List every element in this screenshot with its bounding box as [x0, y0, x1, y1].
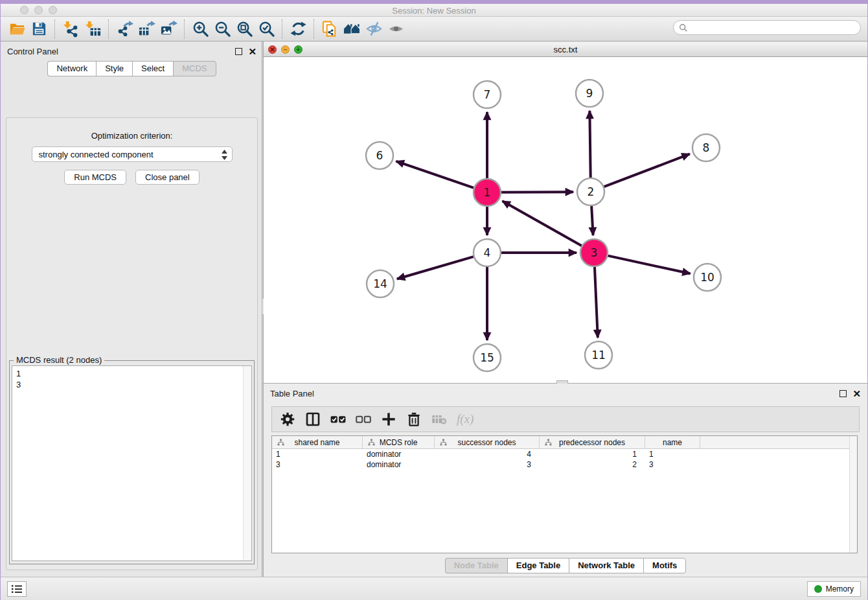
tab-style[interactable]: Style — [96, 61, 132, 76]
tab-motifs[interactable]: Motifs — [643, 558, 686, 573]
list-icon — [11, 584, 23, 594]
edge-3-1[interactable] — [503, 201, 582, 246]
cell-name: 1 — [645, 449, 700, 459]
edge-3-11[interactable] — [595, 267, 598, 338]
table-panel: Table Panel ✕ — [264, 384, 867, 577]
graph-node-label-9: 9 — [586, 87, 593, 100]
search-icon — [679, 23, 688, 32]
zoom-selected-icon — [258, 20, 275, 38]
memory-status-icon — [814, 585, 822, 593]
close-panel-icon[interactable]: ✕ — [248, 48, 257, 55]
tab-network[interactable]: Network — [47, 61, 96, 76]
import-table-button[interactable] — [82, 19, 104, 40]
home-view-button[interactable] — [341, 19, 363, 40]
toolbar-separator — [54, 19, 55, 39]
table-panel-title: Table Panel — [270, 389, 314, 398]
os-titlebar: Session: New Session — [1, 4, 867, 17]
run-mcds-button[interactable]: Run MCDS — [64, 170, 126, 185]
save-session-button[interactable] — [28, 19, 50, 40]
edge-1-2[interactable] — [501, 192, 573, 192]
import-network-button[interactable] — [60, 19, 82, 40]
network-graph[interactable]: 1234678910111415 — [264, 57, 868, 383]
mcds-result-list[interactable]: 1 3 — [12, 365, 252, 561]
cell-shared-name: 3 — [272, 459, 363, 470]
toolbar-separator — [108, 19, 109, 39]
edge-4-14[interactable] — [397, 257, 474, 279]
column-header-successor-nodes[interactable]: successor nodes — [435, 436, 540, 448]
search-input[interactable] — [673, 20, 861, 35]
table-toolbar: f(x) — [271, 406, 860, 432]
graph-node-label-6: 6 — [376, 149, 383, 162]
cell-predecessor-nodes: 2 — [540, 459, 645, 470]
mcds-result-title: MCDS result (2 nodes) — [14, 355, 104, 365]
zoom-selected-button[interactable] — [255, 19, 277, 40]
select-all-button[interactable] — [330, 411, 346, 427]
graph-node-label-10: 10 — [700, 271, 714, 284]
add-column-button[interactable] — [381, 411, 396, 427]
cell-successor-nodes: 4 — [435, 449, 540, 459]
control-panel-header: Control Panel ✕ — [1, 41, 263, 61]
graph-node-label-2: 2 — [588, 185, 595, 198]
delete-table-button[interactable] — [431, 411, 447, 427]
network-canvas[interactable]: 1234678910111415 — [264, 57, 867, 383]
close-panel-button[interactable]: Close panel — [135, 170, 200, 185]
tab-edge-table[interactable]: Edge Table — [507, 558, 569, 573]
table-row[interactable]: 3 dominator 3 2 3 — [272, 459, 857, 470]
show-graphics-details-button[interactable] — [385, 19, 407, 40]
session-title: Session: New Session — [1, 6, 867, 16]
open-session-button[interactable] — [6, 19, 28, 40]
eye-icon — [387, 20, 405, 38]
table-settings-button[interactable] — [280, 411, 295, 427]
network-window-titlebar[interactable]: ✕ – + scc.txt — [264, 43, 867, 57]
tab-node-table[interactable]: Node Table — [445, 558, 507, 573]
table-row[interactable]: 1 dominator 4 1 1 — [272, 449, 857, 459]
hide-graphics-details-button[interactable] — [363, 19, 385, 40]
show-columns-button[interactable] — [305, 411, 321, 427]
column-header-shared-name[interactable]: shared name — [272, 436, 363, 448]
tab-select[interactable]: Select — [132, 61, 173, 76]
plus-icon — [381, 411, 396, 427]
tab-network-table[interactable]: Network Table — [569, 558, 643, 573]
result-scrollbar[interactable] — [243, 366, 251, 560]
edge-3-10[interactable] — [608, 256, 690, 274]
criterion-value: strongly connected component — [39, 150, 154, 159]
deselect-all-button[interactable] — [356, 411, 371, 427]
memory-label: Memory — [826, 584, 854, 594]
network-view-window: ✕ – + scc.txt 1234678910111415 — [264, 43, 867, 384]
cell-shared-name: 1 — [272, 449, 363, 459]
delete-column-button[interactable] — [406, 411, 422, 427]
zoom-out-button[interactable] — [211, 19, 233, 40]
duplicate-network-button[interactable] — [319, 19, 341, 40]
column-header-name[interactable]: name — [645, 436, 700, 448]
zoom-fit-button[interactable] — [233, 19, 255, 40]
export-image-button[interactable] — [157, 19, 179, 40]
edge-2-8[interactable] — [604, 154, 690, 187]
graph-node-label-8: 8 — [703, 141, 710, 154]
edge-2-9[interactable] — [589, 111, 590, 178]
float-panel-icon[interactable] — [235, 48, 242, 55]
mcds-panel: Optimization criterion: strongly connect… — [6, 117, 258, 570]
memory-button[interactable]: Memory — [807, 581, 861, 597]
gear-icon — [280, 411, 295, 427]
refresh-view-button[interactable] — [287, 19, 309, 40]
table-scrollbar[interactable] — [849, 436, 857, 553]
criterion-select[interactable]: strongly connected component — [32, 146, 233, 162]
toolbar-separator — [314, 19, 314, 39]
node-table[interactable]: shared name MCDS role successor nodes pr… — [271, 435, 858, 553]
delete-table-icon — [431, 411, 447, 427]
column-header-predecessor-nodes[interactable]: predecessor nodes — [540, 436, 645, 448]
close-table-panel-icon[interactable]: ✕ — [852, 390, 861, 397]
task-history-button[interactable] — [7, 581, 27, 597]
tab-mcds[interactable]: MCDS — [173, 61, 216, 76]
result-line: 3 — [16, 379, 247, 390]
export-table-button[interactable] — [135, 19, 157, 40]
zoom-in-button[interactable] — [189, 19, 211, 40]
export-network-button[interactable] — [113, 19, 135, 40]
table-panel-header: Table Panel ✕ — [264, 384, 867, 403]
edge-1-6[interactable] — [396, 161, 474, 188]
float-table-panel-icon[interactable] — [839, 390, 847, 397]
application-window: Session: New Session — [0, 0, 868, 600]
column-header-mcds-role[interactable]: MCDS role — [363, 436, 435, 448]
function-builder-button[interactable]: f(x) — [457, 412, 474, 426]
edge-2-3[interactable] — [591, 206, 593, 235]
